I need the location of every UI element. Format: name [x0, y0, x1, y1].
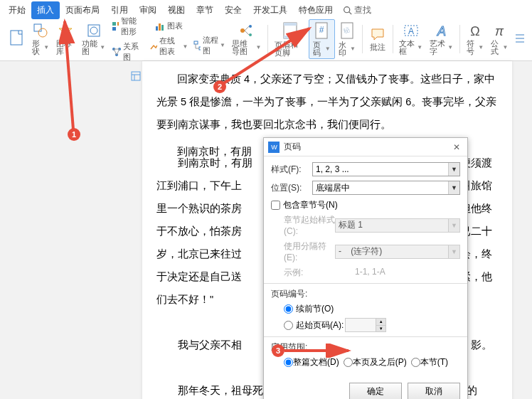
svg-rect-9 — [117, 22, 119, 26]
funcimg-button[interactable]: 功能图▼ — [78, 21, 109, 57]
svg-point-25 — [249, 25, 252, 28]
textbox-icon: A — [403, 23, 419, 38]
navigation-icon[interactable] — [131, 71, 141, 84]
symbol-icon: Ω — [467, 23, 483, 38]
tab-special[interactable]: 特色应用 — [293, 1, 339, 19]
chapter-style-value — [336, 219, 448, 232]
separator-dropdown: ▼ — [448, 245, 459, 258]
svg-line-16 — [117, 49, 119, 55]
style-value[interactable] — [313, 163, 448, 176]
scope-label: 应用范围: — [271, 341, 460, 353]
iconlib-icon — [58, 23, 73, 38]
annotation-badge-1: 1 — [68, 128, 80, 141]
iconlib-button[interactable]: 图标库 — [53, 21, 78, 57]
wordart-label: 艺术字 — [430, 40, 447, 55]
example-value: 1-1, 1-A — [355, 267, 385, 279]
chapter-style-dropdown: ▼ — [448, 219, 459, 232]
formula-button[interactable]: π 公式▼ — [487, 21, 511, 57]
include-chapter-label: 包含章节号(N) — [283, 199, 338, 211]
wordart-button[interactable]: A 艺术字▼ — [426, 21, 457, 57]
ok-button[interactable]: 确定 — [349, 383, 402, 399]
doc-p1: 回家变卖典质 4，父亲还了亏空；又借钱办了丧事。这些日子，家中光景 5 很是惨澹… — [156, 73, 496, 130]
tab-section[interactable]: 章节 — [191, 1, 219, 19]
mindmap-label: 思维导图 — [232, 40, 255, 55]
watermark-icon: 秘 — [339, 21, 356, 40]
mindmap-button[interactable]: 思维导图▼ — [228, 21, 265, 57]
smartshape-icon — [112, 21, 119, 31]
wholedoc-label: 整篇文档(D) — [293, 356, 339, 368]
continue-label: 续前节(O) — [296, 303, 334, 315]
svg-point-7 — [90, 27, 97, 34]
symbol-label: 符号 — [467, 40, 477, 55]
svg-point-24 — [240, 28, 245, 33]
smartshape-button[interactable]: 智能图形 — [109, 14, 147, 38]
tab-start[interactable]: 开始 — [3, 1, 31, 19]
watermark-button[interactable]: 秘 水印▼ — [335, 20, 359, 58]
spin-up[interactable]: ▲ — [376, 319, 385, 326]
annotation-badge-2: 2 — [213, 80, 226, 93]
spin-down[interactable]: ▼ — [376, 326, 385, 332]
relation-button[interactable]: 关系图 — [109, 40, 147, 64]
style-combo[interactable]: ▼ — [312, 162, 460, 176]
onlinechart-button[interactable]: 在线图表▼ — [147, 34, 191, 58]
svg-text:Ω: Ω — [470, 24, 479, 38]
tab-devtools[interactable]: 开发工具 — [248, 1, 293, 19]
blankpage-button[interactable] — [4, 28, 28, 50]
include-chapter-checkbox[interactable] — [271, 201, 280, 210]
header-footer-button[interactable]: 页眉和页脚 — [271, 20, 309, 58]
continue-radio[interactable] — [284, 304, 293, 314]
chart-button[interactable]: 图表 — [147, 19, 191, 33]
formula-icon: π — [491, 23, 507, 38]
numbering-label: 页码编号: — [271, 288, 460, 300]
dialog-app-icon: W — [268, 142, 280, 153]
shape-button[interactable]: 形状▼ — [28, 21, 53, 57]
tab-insert[interactable]: 插入 — [31, 1, 60, 19]
more-button[interactable] — [511, 29, 528, 49]
textbox-button[interactable]: A 文本框▼ — [395, 21, 426, 57]
textbox-label: 文本框 — [399, 40, 416, 55]
wholedoc-radio[interactable] — [284, 358, 293, 367]
svg-text:W: W — [271, 144, 277, 151]
style-dropdown-button[interactable]: ▼ — [448, 163, 459, 176]
fromhere-radio[interactable] — [344, 358, 353, 367]
svg-rect-44 — [132, 72, 140, 80]
flowchart-button[interactable]: 流程图▼ — [191, 33, 228, 58]
symbol-button[interactable]: Ω 符号▼ — [463, 21, 487, 57]
position-dropdown-button[interactable]: ▼ — [448, 181, 459, 194]
thissection-radio[interactable] — [411, 358, 420, 367]
search-button[interactable]: 查找 — [343, 4, 371, 16]
tab-security[interactable]: 安全 — [219, 1, 248, 19]
svg-line-28 — [245, 31, 249, 35]
blankpage-icon — [9, 29, 24, 48]
tab-layout[interactable]: 页面布局 — [60, 1, 105, 19]
fromhere-label: 本页及之后(P) — [353, 356, 407, 368]
svg-text:#: # — [319, 25, 324, 35]
tab-view[interactable]: 视图 — [162, 1, 191, 19]
cancel-button[interactable]: 取消 — [408, 383, 460, 399]
formula-label: 公式 — [491, 40, 501, 55]
svg-line-1 — [349, 11, 351, 14]
svg-rect-20 — [194, 41, 198, 44]
position-label: 位置(S): — [271, 182, 312, 194]
startat-input[interactable] — [346, 319, 376, 331]
svg-rect-18 — [159, 23, 161, 31]
search-icon — [343, 6, 352, 15]
svg-text:A: A — [437, 24, 446, 38]
position-value[interactable] — [313, 181, 448, 194]
pagenum-icon: # — [313, 21, 330, 40]
separator-label: 使用分隔符(E): — [284, 240, 335, 262]
dialog-title: 页码 — [284, 141, 450, 153]
chart-icon — [155, 21, 165, 31]
svg-rect-2 — [11, 31, 22, 45]
startat-radio[interactable] — [284, 321, 293, 330]
comment-button[interactable]: 批注 — [366, 25, 390, 53]
position-combo[interactable]: ▼ — [312, 181, 460, 195]
svg-marker-5 — [59, 24, 72, 36]
shape-icon — [33, 23, 48, 38]
dialog-close-button[interactable]: ✕ — [450, 142, 463, 152]
comment-label: 批注 — [370, 43, 385, 51]
style-label: 样式(F): — [271, 164, 312, 176]
startat-spinner[interactable]: ▲▼ — [345, 318, 386, 332]
wordart-icon: A — [434, 23, 449, 38]
pagenum-button[interactable]: # 页码▼ — [309, 19, 334, 59]
